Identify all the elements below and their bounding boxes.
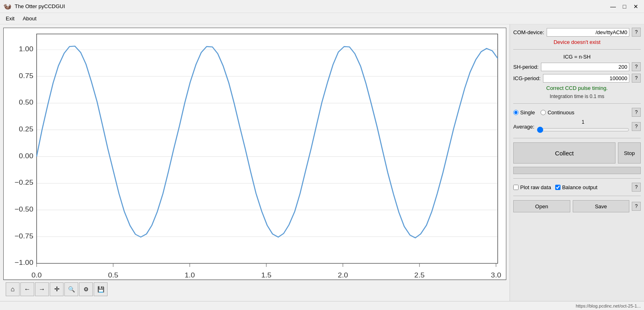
icg-formula-label: ICG = n·SH: [513, 54, 641, 60]
balance-output-checkbox[interactable]: [555, 185, 560, 190]
sh-period-input[interactable]: [541, 63, 629, 71]
svg-text:2.0: 2.0: [338, 271, 348, 279]
plot-raw-label[interactable]: Plot raw data: [513, 184, 551, 190]
svg-text:0.75: 0.75: [19, 72, 33, 80]
menu-item-exit[interactable]: Exit: [2, 14, 19, 23]
com-device-help[interactable]: ?: [632, 28, 641, 37]
divider-2: [513, 103, 641, 104]
timing-ok-text: Correct CCD pulse timing.: [513, 85, 641, 91]
home-icon: ⌂: [11, 286, 15, 293]
open-save-help[interactable]: ?: [632, 202, 641, 211]
single-radio-label[interactable]: Single: [513, 109, 535, 116]
svg-text:−0.75: −0.75: [15, 232, 33, 240]
integration-time-text: Integration time is 0.1 ms: [513, 94, 641, 99]
collect-stop-row: Collect Stop: [513, 142, 641, 164]
divider-5: [513, 196, 641, 196]
svg-text:−0.50: −0.50: [15, 205, 33, 213]
mode-help[interactable]: ?: [632, 108, 641, 117]
svg-text:0.0: 0.0: [31, 271, 42, 279]
app-icon: 🦦: [3, 2, 11, 10]
stop-button[interactable]: Stop: [618, 142, 641, 164]
close-button[interactable]: ✕: [631, 2, 641, 11]
icg-period-row: ICG-period: ?: [513, 74, 641, 83]
com-device-row: COM-device: ?: [513, 28, 641, 37]
sh-period-row: SH-period: ?: [513, 62, 641, 71]
sh-period-label: SH-period:: [513, 64, 538, 70]
svg-text:0.00: 0.00: [19, 152, 33, 160]
home-button[interactable]: ⌂: [6, 282, 20, 296]
plot-container[interactable]: 1.00 0.75 0.50 0.25 0.00 −0.25: [3, 28, 506, 280]
settings-button[interactable]: ⚙: [79, 282, 93, 296]
save-button[interactable]: Save: [573, 200, 630, 212]
plot-toolbar: ⌂ ← → ✛ 🔍 ⚙ 💾: [3, 280, 506, 298]
back-icon: ←: [24, 286, 31, 293]
balance-output-label[interactable]: Balance output: [555, 184, 598, 190]
average-slider-container: 1: [537, 119, 629, 134]
menubar: Exit About: [0, 13, 644, 24]
titlebar-left: 🦦 The Otter pyCCDGUI: [3, 2, 65, 10]
progress-bar: [513, 167, 641, 174]
settings-icon: ⚙: [84, 286, 89, 293]
open-save-row: Open Save ?: [513, 200, 641, 212]
svg-text:0.50: 0.50: [19, 98, 33, 107]
open-button[interactable]: Open: [513, 200, 570, 212]
zoom-icon: 🔍: [68, 286, 75, 293]
average-help[interactable]: ?: [632, 122, 641, 131]
divider-3: [513, 138, 641, 138]
collect-button[interactable]: Collect: [513, 142, 615, 164]
svg-text:−1.00: −1.00: [15, 259, 33, 267]
average-label: Average:: [513, 124, 534, 130]
plot-svg: 1.00 0.75 0.50 0.25 0.00 −0.25: [4, 28, 506, 279]
sh-period-help[interactable]: ?: [632, 62, 641, 71]
checkbox-help[interactable]: ?: [632, 183, 641, 192]
mode-radio-group: Single Continuous: [513, 109, 574, 116]
single-radio[interactable]: [513, 110, 519, 115]
continuous-radio-label[interactable]: Continuous: [541, 109, 574, 116]
svg-rect-0: [4, 28, 506, 279]
svg-text:1.0: 1.0: [185, 271, 195, 279]
forward-icon: →: [39, 286, 45, 293]
device-error-text: Device doesn't exist: [513, 39, 641, 45]
icg-period-label: ICG-period:: [513, 75, 541, 81]
single-label: Single: [520, 109, 535, 116]
svg-text:0.25: 0.25: [19, 125, 33, 133]
menu-item-about[interactable]: About: [19, 14, 41, 23]
plot-raw-text: Plot raw data: [520, 184, 551, 190]
divider-1: [513, 49, 641, 50]
status-url: https://blog.pcdinc.net/oct-25-1...: [576, 303, 641, 308]
zoom-button[interactable]: 🔍: [64, 282, 78, 296]
save-plot-button[interactable]: 💾: [94, 282, 108, 296]
save-plot-icon: 💾: [97, 286, 104, 293]
titlebar: 🦦 The Otter pyCCDGUI — □ ✕: [0, 0, 644, 13]
main-content: 1.00 0.75 0.50 0.25 0.00 −0.25: [0, 24, 644, 301]
pan-icon: ✛: [54, 285, 59, 293]
continuous-label: Continuous: [547, 109, 574, 116]
divider-4: [513, 178, 641, 179]
svg-text:0.5: 0.5: [108, 271, 118, 279]
pan-button[interactable]: ✛: [50, 282, 64, 296]
svg-text:1.5: 1.5: [261, 271, 271, 279]
checkbox-row: Plot raw data Balance output ?: [513, 183, 641, 192]
svg-text:1.00: 1.00: [19, 45, 33, 53]
app-title: The Otter pyCCDGUI: [15, 3, 65, 9]
plot-area: 1.00 0.75 0.50 0.25 0.00 −0.25: [0, 24, 510, 301]
average-slider[interactable]: [537, 126, 629, 134]
forward-button[interactable]: →: [35, 282, 49, 296]
svg-text:2.5: 2.5: [414, 271, 424, 279]
mode-row: Single Continuous ?: [513, 108, 641, 117]
right-panel: COM-device: ? Device doesn't exist ICG =…: [510, 24, 644, 301]
statusbar: https://blog.pcdinc.net/oct-25-1...: [0, 301, 644, 310]
com-device-input[interactable]: [547, 28, 629, 37]
icg-period-help[interactable]: ?: [632, 74, 641, 83]
plot-raw-checkbox[interactable]: [513, 185, 519, 190]
com-device-label: COM-device:: [513, 29, 544, 35]
back-button[interactable]: ←: [20, 282, 34, 296]
maximize-button[interactable]: □: [620, 2, 629, 11]
continuous-radio[interactable]: [541, 110, 546, 115]
average-value-display: 1: [537, 119, 629, 125]
minimize-button[interactable]: —: [608, 2, 618, 11]
balance-output-text: Balance output: [562, 184, 598, 190]
titlebar-buttons: — □ ✕: [608, 2, 641, 11]
icg-period-input[interactable]: [543, 74, 629, 83]
average-row: Average: 1 ?: [513, 119, 641, 134]
